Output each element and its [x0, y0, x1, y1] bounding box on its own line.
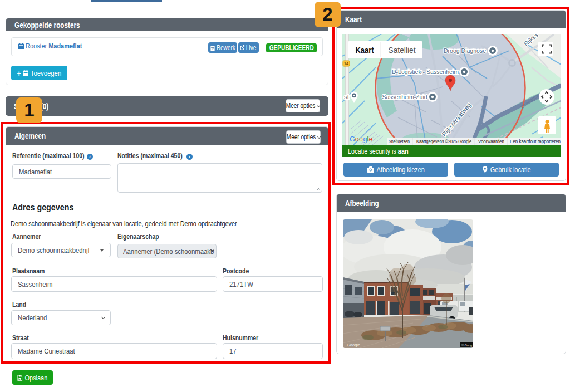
svg-text:o: o — [359, 135, 363, 143]
svg-text:Sneltoetsen: Sneltoetsen — [389, 139, 410, 144]
svg-text:Droog Diagnose: Droog Diagnose — [444, 47, 486, 54]
svg-text:Kaart: Kaart — [356, 45, 374, 55]
svg-text:Kaartgegevens ©2025 Google: Kaartgegevens ©2025 Google — [416, 139, 471, 144]
svg-text:Google: Google — [347, 342, 360, 347]
svg-text:Voorwaarden: Voorwaarden — [478, 139, 504, 144]
svg-text:l: l — [367, 135, 368, 143]
svg-text:Een kaartfout rapporteren: Een kaartfout rapporteren — [510, 139, 561, 144]
svg-text:14: 14 — [344, 62, 348, 66]
svg-text:G: G — [350, 135, 355, 143]
svg-text:Sassenheim-Zuid: Sassenheim-Zuid — [382, 94, 428, 100]
svg-text:© Goog: © Goog — [461, 344, 472, 347]
svg-text:e: e — [369, 135, 373, 143]
svg-text:D-Logistiek - Sassenheim: D-Logistiek - Sassenheim — [392, 68, 459, 75]
svg-text:o: o — [355, 135, 359, 143]
svg-text:st: st — [344, 94, 350, 100]
svg-text:Satelliet: Satelliet — [389, 45, 416, 55]
